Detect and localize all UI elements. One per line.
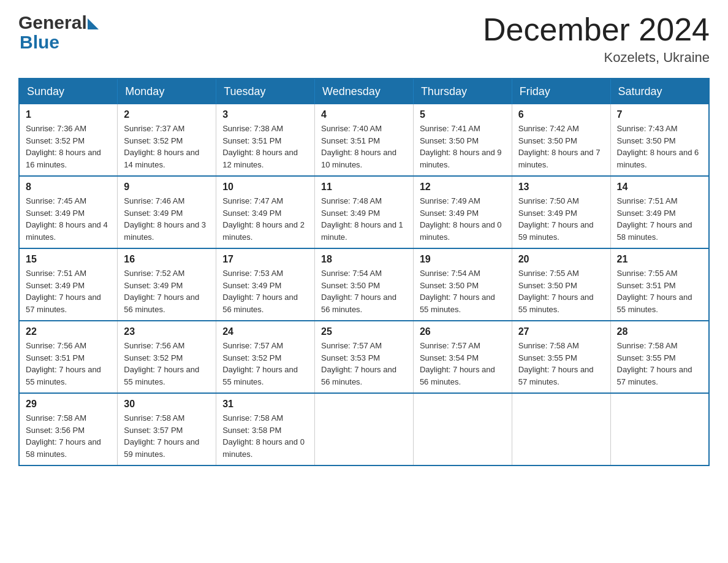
day-number: 26 <box>420 326 506 337</box>
calendar-day-cell: 13 Sunrise: 7:50 AMSunset: 3:49 PMDaylig… <box>512 176 610 248</box>
day-number: 6 <box>518 109 604 120</box>
calendar-day-cell <box>315 393 414 465</box>
day-info: Sunrise: 7:58 AMSunset: 3:58 PMDaylight:… <box>222 412 308 460</box>
day-number: 20 <box>518 254 604 265</box>
logo-general-text: General <box>18 12 87 33</box>
calendar-day-cell <box>413 393 512 465</box>
day-number: 14 <box>617 182 702 193</box>
day-info: Sunrise: 7:38 AMSunset: 3:51 PMDaylight:… <box>222 123 308 170</box>
calendar-day-cell: 8 Sunrise: 7:45 AMSunset: 3:49 PMDayligh… <box>19 176 118 248</box>
calendar-week-row: 1 Sunrise: 7:36 AMSunset: 3:52 PMDayligh… <box>19 104 709 176</box>
day-info: Sunrise: 7:40 AMSunset: 3:51 PMDaylight:… <box>321 123 407 170</box>
day-number: 4 <box>321 109 407 120</box>
day-number: 8 <box>26 182 111 193</box>
day-info: Sunrise: 7:37 AMSunset: 3:52 PMDaylight:… <box>124 123 210 170</box>
calendar-day-cell: 24 Sunrise: 7:57 AMSunset: 3:52 PMDaylig… <box>216 321 315 393</box>
day-info: Sunrise: 7:53 AMSunset: 3:49 PMDaylight:… <box>222 267 308 315</box>
day-number: 9 <box>124 182 210 193</box>
day-number: 19 <box>420 254 506 265</box>
calendar-day-cell: 18 Sunrise: 7:54 AMSunset: 3:50 PMDaylig… <box>315 248 414 321</box>
logo-row1: General <box>18 12 99 33</box>
day-number: 23 <box>124 326 210 337</box>
calendar-day-cell: 4 Sunrise: 7:40 AMSunset: 3:51 PMDayligh… <box>315 104 414 176</box>
calendar-day-cell: 31 Sunrise: 7:58 AMSunset: 3:58 PMDaylig… <box>216 393 315 465</box>
day-number: 25 <box>321 326 407 337</box>
day-info: Sunrise: 7:54 AMSunset: 3:50 PMDaylight:… <box>420 267 506 315</box>
logo: General Blue <box>18 12 99 53</box>
day-info: Sunrise: 7:55 AMSunset: 3:50 PMDaylight:… <box>518 267 604 315</box>
calendar-day-cell: 15 Sunrise: 7:51 AMSunset: 3:49 PMDaylig… <box>19 248 118 321</box>
day-of-week-header: Friday <box>512 79 610 104</box>
calendar-week-row: 22 Sunrise: 7:56 AMSunset: 3:51 PMDaylig… <box>19 321 709 393</box>
calendar-day-cell: 14 Sunrise: 7:51 AMSunset: 3:49 PMDaylig… <box>610 176 709 248</box>
calendar-day-cell <box>610 393 709 465</box>
day-info: Sunrise: 7:36 AMSunset: 3:52 PMDaylight:… <box>26 123 111 170</box>
day-of-week-header: Saturday <box>610 79 709 104</box>
day-info: Sunrise: 7:52 AMSunset: 3:49 PMDaylight:… <box>124 267 210 315</box>
day-number: 22 <box>26 326 111 337</box>
day-number: 11 <box>321 182 407 193</box>
day-info: Sunrise: 7:41 AMSunset: 3:50 PMDaylight:… <box>420 123 506 170</box>
calendar-day-cell: 23 Sunrise: 7:56 AMSunset: 3:52 PMDaylig… <box>118 321 216 393</box>
calendar-day-cell: 28 Sunrise: 7:58 AMSunset: 3:55 PMDaylig… <box>610 321 709 393</box>
calendar-day-cell: 26 Sunrise: 7:57 AMSunset: 3:54 PMDaylig… <box>413 321 512 393</box>
day-number: 29 <box>26 399 111 410</box>
day-info: Sunrise: 7:56 AMSunset: 3:52 PMDaylight:… <box>124 340 210 388</box>
day-of-week-header: Wednesday <box>315 79 414 104</box>
day-info: Sunrise: 7:57 AMSunset: 3:53 PMDaylight:… <box>321 340 407 388</box>
day-number: 27 <box>518 326 604 337</box>
location-label: Kozelets, Ukraine <box>483 50 710 66</box>
day-number: 31 <box>222 399 308 410</box>
day-info: Sunrise: 7:54 AMSunset: 3:50 PMDaylight:… <box>321 267 407 315</box>
calendar-day-cell: 9 Sunrise: 7:46 AMSunset: 3:49 PMDayligh… <box>118 176 216 248</box>
calendar-week-row: 15 Sunrise: 7:51 AMSunset: 3:49 PMDaylig… <box>19 248 709 321</box>
calendar-day-cell: 21 Sunrise: 7:55 AMSunset: 3:51 PMDaylig… <box>610 248 709 321</box>
day-number: 30 <box>124 399 210 410</box>
calendar-day-cell: 19 Sunrise: 7:54 AMSunset: 3:50 PMDaylig… <box>413 248 512 321</box>
calendar-week-row: 29 Sunrise: 7:58 AMSunset: 3:56 PMDaylig… <box>19 393 709 465</box>
calendar-day-cell: 2 Sunrise: 7:37 AMSunset: 3:52 PMDayligh… <box>118 104 216 176</box>
calendar-day-cell: 29 Sunrise: 7:58 AMSunset: 3:56 PMDaylig… <box>19 393 118 465</box>
day-number: 18 <box>321 254 407 265</box>
day-info: Sunrise: 7:58 AMSunset: 3:57 PMDaylight:… <box>124 412 210 460</box>
day-info: Sunrise: 7:50 AMSunset: 3:49 PMDaylight:… <box>518 195 604 243</box>
calendar-week-row: 8 Sunrise: 7:45 AMSunset: 3:49 PMDayligh… <box>19 176 709 248</box>
day-number: 3 <box>222 109 308 120</box>
calendar-day-cell: 11 Sunrise: 7:48 AMSunset: 3:49 PMDaylig… <box>315 176 414 248</box>
day-number: 10 <box>222 182 308 193</box>
day-info: Sunrise: 7:58 AMSunset: 3:56 PMDaylight:… <box>26 412 111 460</box>
day-number: 5 <box>420 109 506 120</box>
day-number: 24 <box>222 326 308 337</box>
day-info: Sunrise: 7:51 AMSunset: 3:49 PMDaylight:… <box>26 267 111 315</box>
day-info: Sunrise: 7:46 AMSunset: 3:49 PMDaylight:… <box>124 195 210 243</box>
day-of-week-header: Tuesday <box>216 79 315 104</box>
day-number: 15 <box>26 254 111 265</box>
day-info: Sunrise: 7:45 AMSunset: 3:49 PMDaylight:… <box>26 195 111 243</box>
logo-arrow-icon <box>88 18 99 29</box>
day-number: 13 <box>518 182 604 193</box>
calendar-header-row: SundayMondayTuesdayWednesdayThursdayFrid… <box>19 79 709 104</box>
calendar-table: SundayMondayTuesdayWednesdayThursdayFrid… <box>18 78 710 466</box>
day-number: 2 <box>124 109 210 120</box>
calendar-day-cell: 12 Sunrise: 7:49 AMSunset: 3:49 PMDaylig… <box>413 176 512 248</box>
day-number: 7 <box>617 109 702 120</box>
calendar-day-cell: 10 Sunrise: 7:47 AMSunset: 3:49 PMDaylig… <box>216 176 315 248</box>
calendar-day-cell: 16 Sunrise: 7:52 AMSunset: 3:49 PMDaylig… <box>118 248 216 321</box>
calendar-day-cell: 7 Sunrise: 7:43 AMSunset: 3:50 PMDayligh… <box>610 104 709 176</box>
day-number: 21 <box>617 254 702 265</box>
calendar-day-cell: 20 Sunrise: 7:55 AMSunset: 3:50 PMDaylig… <box>512 248 610 321</box>
day-info: Sunrise: 7:57 AMSunset: 3:54 PMDaylight:… <box>420 340 506 388</box>
day-of-week-header: Sunday <box>19 79 118 104</box>
day-info: Sunrise: 7:48 AMSunset: 3:49 PMDaylight:… <box>321 195 407 243</box>
day-number: 28 <box>617 326 702 337</box>
day-of-week-header: Thursday <box>413 79 512 104</box>
logo-blue-text: Blue <box>20 32 59 52</box>
calendar-day-cell: 30 Sunrise: 7:58 AMSunset: 3:57 PMDaylig… <box>118 393 216 465</box>
calendar-day-cell: 17 Sunrise: 7:53 AMSunset: 3:49 PMDaylig… <box>216 248 315 321</box>
calendar-day-cell: 25 Sunrise: 7:57 AMSunset: 3:53 PMDaylig… <box>315 321 414 393</box>
calendar-day-cell <box>512 393 610 465</box>
calendar-day-cell: 27 Sunrise: 7:58 AMSunset: 3:55 PMDaylig… <box>512 321 610 393</box>
day-info: Sunrise: 7:42 AMSunset: 3:50 PMDaylight:… <box>518 123 604 170</box>
day-info: Sunrise: 7:47 AMSunset: 3:49 PMDaylight:… <box>222 195 308 243</box>
day-info: Sunrise: 7:49 AMSunset: 3:49 PMDaylight:… <box>420 195 506 243</box>
